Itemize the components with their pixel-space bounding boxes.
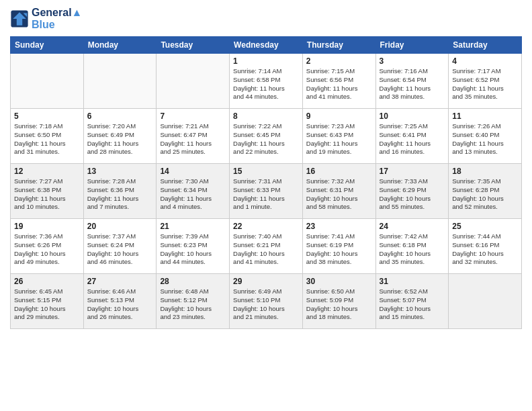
calendar-cell: 27Sunrise: 6:46 AM Sunset: 5:13 PM Dayli… [83,274,157,329]
date-number: 1 [233,56,299,66]
cell-text: Sunrise: 7:37 AM Sunset: 6:24 PM Dayligh… [87,232,153,267]
date-number: 12 [14,167,80,176]
date-number: 31 [380,277,445,286]
cell-text: Sunrise: 6:46 AM Sunset: 5:13 PM Dayligh… [87,287,153,322]
calendar-cell: 4Sunrise: 7:17 AM Sunset: 6:52 PM Daylig… [449,54,522,109]
date-number: 21 [160,222,226,231]
cell-text: Sunrise: 7:28 AM Sunset: 6:36 PM Dayligh… [87,177,153,212]
date-number: 6 [87,111,153,121]
calendar-cell: 28Sunrise: 6:48 AM Sunset: 5:12 PM Dayli… [157,274,230,329]
date-number: 11 [452,111,518,121]
date-number: 15 [233,167,299,176]
day-header-thursday: Thursday [302,37,375,54]
cell-text: Sunrise: 7:35 AM Sunset: 6:28 PM Dayligh… [452,177,518,212]
cell-text: Sunrise: 7:23 AM Sunset: 6:43 PM Dayligh… [306,122,372,156]
cell-text: Sunrise: 7:17 AM Sunset: 6:52 PM Dayligh… [452,67,518,101]
calendar-cell: 24Sunrise: 7:42 AM Sunset: 6:18 PM Dayli… [375,219,449,274]
calendar-cell: 7Sunrise: 7:21 AM Sunset: 6:47 PM Daylig… [157,109,230,164]
cell-text: Sunrise: 6:52 AM Sunset: 5:07 PM Dayligh… [380,287,445,322]
calendar-cell: 16Sunrise: 7:32 AM Sunset: 6:31 PM Dayli… [302,164,375,219]
calendar-table: SundayMondayTuesdayWednesdayThursdayFrid… [10,36,522,329]
date-number: 16 [306,167,372,176]
cell-text: Sunrise: 7:26 AM Sunset: 6:40 PM Dayligh… [452,122,518,156]
header: General▲ Blue [10,7,522,31]
logo-text: General▲ Blue [32,7,82,31]
cell-text: Sunrise: 7:32 AM Sunset: 6:31 PM Dayligh… [306,177,372,212]
date-number: 5 [14,111,80,121]
day-header-monday: Monday [83,37,157,54]
cell-text: Sunrise: 7:31 AM Sunset: 6:33 PM Dayligh… [233,177,299,212]
calendar-cell: 26Sunrise: 6:45 AM Sunset: 5:15 PM Dayli… [11,274,84,329]
week-row-4: 19Sunrise: 7:36 AM Sunset: 6:26 PM Dayli… [11,219,522,274]
calendar-cell: 31Sunrise: 6:52 AM Sunset: 5:07 PM Dayli… [375,274,449,329]
day-header-wednesday: Wednesday [230,37,303,54]
cell-text: Sunrise: 7:44 AM Sunset: 6:16 PM Dayligh… [452,232,518,267]
date-number: 27 [87,277,153,286]
date-number: 24 [380,222,445,231]
week-row-5: 26Sunrise: 6:45 AM Sunset: 5:15 PM Dayli… [11,274,522,329]
cell-text: Sunrise: 7:39 AM Sunset: 6:23 PM Dayligh… [160,232,226,267]
calendar-cell: 19Sunrise: 7:36 AM Sunset: 6:26 PM Dayli… [11,219,84,274]
cell-text: Sunrise: 7:25 AM Sunset: 6:41 PM Dayligh… [380,122,445,156]
date-number: 19 [14,222,80,231]
page-container: General▲ Blue SundayMondayTuesdayWednesd… [0,0,532,411]
cell-text: Sunrise: 6:50 AM Sunset: 5:09 PM Dayligh… [306,287,372,322]
calendar-cell: 2Sunrise: 7:15 AM Sunset: 6:56 PM Daylig… [302,54,375,109]
cell-text: Sunrise: 7:30 AM Sunset: 6:34 PM Dayligh… [160,177,226,212]
date-number: 14 [160,167,226,176]
calendar-cell: 1Sunrise: 7:14 AM Sunset: 6:58 PM Daylig… [230,54,303,109]
cell-text: Sunrise: 7:15 AM Sunset: 6:56 PM Dayligh… [306,67,372,101]
date-number: 30 [306,277,372,286]
date-number: 10 [380,111,445,121]
date-number: 25 [452,222,518,231]
cell-text: Sunrise: 7:33 AM Sunset: 6:29 PM Dayligh… [380,177,445,212]
date-number: 23 [306,222,372,231]
cell-text: Sunrise: 6:45 AM Sunset: 5:15 PM Dayligh… [14,287,80,322]
date-number: 26 [14,277,80,286]
calendar-cell: 13Sunrise: 7:28 AM Sunset: 6:36 PM Dayli… [83,164,157,219]
calendar-cell [83,54,157,109]
day-header-saturday: Saturday [449,37,522,54]
cell-text: Sunrise: 6:48 AM Sunset: 5:12 PM Dayligh… [160,287,226,322]
calendar-cell [449,274,522,329]
date-number: 7 [160,111,226,121]
header-row: SundayMondayTuesdayWednesdayThursdayFrid… [11,37,522,54]
date-number: 20 [87,222,153,231]
cell-text: Sunrise: 7:42 AM Sunset: 6:18 PM Dayligh… [380,232,445,267]
cell-text: Sunrise: 7:27 AM Sunset: 6:38 PM Dayligh… [14,177,80,212]
calendar-cell: 14Sunrise: 7:30 AM Sunset: 6:34 PM Dayli… [157,164,230,219]
date-number: 18 [452,167,518,176]
date-number: 13 [87,167,153,176]
date-number: 9 [306,111,372,121]
calendar-cell: 3Sunrise: 7:16 AM Sunset: 6:54 PM Daylig… [375,54,449,109]
logo: General▲ Blue [10,7,82,31]
calendar-cell: 23Sunrise: 7:41 AM Sunset: 6:19 PM Dayli… [302,219,375,274]
calendar-cell: 5Sunrise: 7:18 AM Sunset: 6:50 PM Daylig… [11,109,84,164]
logo-icon [10,9,29,28]
cell-text: Sunrise: 7:16 AM Sunset: 6:54 PM Dayligh… [380,67,445,101]
calendar-cell [157,54,230,109]
calendar-cell: 6Sunrise: 7:20 AM Sunset: 6:49 PM Daylig… [83,109,157,164]
day-header-sunday: Sunday [11,37,84,54]
cell-text: Sunrise: 7:36 AM Sunset: 6:26 PM Dayligh… [14,232,80,267]
calendar-cell: 10Sunrise: 7:25 AM Sunset: 6:41 PM Dayli… [375,109,449,164]
day-header-tuesday: Tuesday [157,37,230,54]
date-number: 17 [380,167,445,176]
week-row-1: 1Sunrise: 7:14 AM Sunset: 6:58 PM Daylig… [11,54,522,109]
calendar-cell: 8Sunrise: 7:22 AM Sunset: 6:45 PM Daylig… [230,109,303,164]
calendar-cell: 17Sunrise: 7:33 AM Sunset: 6:29 PM Dayli… [375,164,449,219]
date-number: 3 [380,56,445,66]
date-number: 2 [306,56,372,66]
week-row-2: 5Sunrise: 7:18 AM Sunset: 6:50 PM Daylig… [11,109,522,164]
calendar-cell: 29Sunrise: 6:49 AM Sunset: 5:10 PM Dayli… [230,274,303,329]
calendar-cell: 22Sunrise: 7:40 AM Sunset: 6:21 PM Dayli… [230,219,303,274]
cell-text: Sunrise: 7:20 AM Sunset: 6:49 PM Dayligh… [87,122,153,156]
calendar-cell: 12Sunrise: 7:27 AM Sunset: 6:38 PM Dayli… [11,164,84,219]
date-number: 29 [233,277,299,286]
cell-text: Sunrise: 7:18 AM Sunset: 6:50 PM Dayligh… [14,122,80,156]
calendar-cell [11,54,84,109]
calendar-cell: 9Sunrise: 7:23 AM Sunset: 6:43 PM Daylig… [302,109,375,164]
date-number: 28 [160,277,226,286]
calendar-cell: 21Sunrise: 7:39 AM Sunset: 6:23 PM Dayli… [157,219,230,274]
cell-text: Sunrise: 7:21 AM Sunset: 6:47 PM Dayligh… [160,122,226,156]
